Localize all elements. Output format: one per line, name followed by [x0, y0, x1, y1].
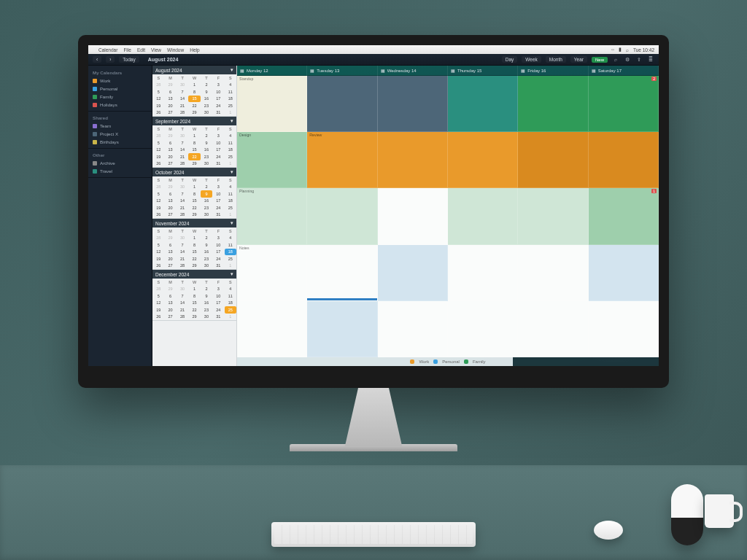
mini-calendar-day[interactable]: 14: [177, 96, 188, 103]
chevron-icon[interactable]: ▾: [231, 271, 233, 277]
mini-calendar-day[interactable]: 20: [164, 306, 176, 314]
view-day[interactable]: Day: [502, 56, 518, 63]
calendar-cell[interactable]: [589, 76, 659, 132]
nav-next-button[interactable]: ›: [106, 56, 115, 63]
calendar-cell[interactable]: [518, 132, 588, 188]
calendar-cell[interactable]: [378, 76, 448, 132]
calendar-cell[interactable]: [307, 245, 377, 301]
menu-help[interactable]: Help: [190, 47, 199, 52]
chevron-icon[interactable]: ▾: [231, 67, 233, 73]
mini-calendar-day[interactable]: 25: [225, 255, 236, 262]
calendar-cell[interactable]: Notes: [237, 245, 307, 301]
mini-calendar-day[interactable]: 9: [201, 139, 212, 147]
mini-calendar-day[interactable]: 18: [225, 300, 236, 307]
mini-calendar-day[interactable]: 4: [225, 184, 236, 191]
day-column-header[interactable]: ▦Tuesday 13: [307, 66, 377, 76]
mini-calendar-day[interactable]: 22: [188, 306, 200, 314]
mini-calendar-day[interactable]: 16: [201, 96, 212, 103]
mini-calendar[interactable]: August 2024▾SMTWTFS282930123456789101112…: [152, 66, 236, 117]
mini-calendar-day[interactable]: 1: [188, 184, 200, 191]
mini-calendar-day[interactable]: 15: [188, 147, 200, 154]
mini-calendar-day[interactable]: 8: [188, 241, 200, 249]
calendar-cell[interactable]: [378, 301, 448, 357]
mini-calendar-day[interactable]: 16: [201, 249, 212, 256]
mini-calendar-day[interactable]: 2: [201, 184, 212, 191]
today-button[interactable]: Today: [119, 56, 139, 63]
mini-calendar-day[interactable]: 15: [188, 249, 200, 256]
mini-calendar[interactable]: October 2024▾SMTWTFS28293012345678910111…: [152, 168, 236, 219]
mini-calendar-day[interactable]: 28: [152, 133, 164, 140]
sidebar-calendar-item[interactable]: Holidays: [88, 101, 152, 109]
mini-calendar-day[interactable]: 1: [188, 133, 200, 140]
sidebar-calendar-item[interactable]: Project X: [88, 130, 152, 138]
mini-calendar-day[interactable]: 21: [177, 102, 188, 109]
calendar-cell[interactable]: [518, 76, 588, 132]
mini-calendar-day[interactable]: 15: [188, 300, 200, 307]
mini-calendar-day[interactable]: 5: [152, 88, 164, 96]
mini-calendar-day[interactable]: 26: [152, 314, 164, 321]
mini-calendar-day[interactable]: 3: [212, 82, 224, 89]
menu-edit[interactable]: Edit: [137, 47, 145, 52]
mini-calendar-day[interactable]: 24: [212, 204, 224, 211]
day-column-header[interactable]: ▦Wednesday 14: [378, 66, 448, 76]
mini-calendar-day[interactable]: 23: [201, 204, 212, 211]
mini-calendar-day[interactable]: 24: [212, 153, 224, 160]
mini-calendar-day[interactable]: 14: [177, 198, 188, 205]
mini-calendar-day[interactable]: 1: [225, 314, 236, 321]
battery-icon[interactable]: ▮: [619, 47, 622, 52]
menu-window[interactable]: Window: [167, 47, 184, 52]
mini-calendar-day[interactable]: 23: [201, 153, 212, 160]
mini-calendar-day[interactable]: 5: [152, 241, 164, 249]
calendar-cell[interactable]: [518, 245, 588, 301]
mini-calendar-day[interactable]: 7: [177, 139, 188, 147]
mini-calendar-day[interactable]: 24: [212, 255, 224, 262]
mini-calendar-day[interactable]: 3: [212, 235, 224, 242]
mini-calendar-day[interactable]: 28: [177, 262, 188, 270]
mini-calendar-day[interactable]: 28: [177, 160, 188, 168]
mini-calendar-day[interactable]: 6: [164, 292, 176, 300]
mini-calendar-day[interactable]: 29: [188, 109, 200, 117]
mini-calendar-day[interactable]: 12: [152, 96, 164, 103]
mini-calendar-day[interactable]: 12: [152, 147, 164, 154]
mini-calendar-day[interactable]: 30: [177, 133, 188, 140]
mini-calendar-day[interactable]: 25: [225, 306, 236, 314]
mini-calendar-day[interactable]: 19: [152, 153, 164, 160]
mini-calendar-day[interactable]: 3: [212, 286, 224, 293]
mini-calendar-day[interactable]: 10: [212, 88, 224, 96]
mini-calendar-day[interactable]: 30: [201, 262, 212, 270]
sidebar-calendar-item[interactable]: Travel: [88, 167, 152, 175]
calendar-cell[interactable]: Design: [237, 132, 307, 188]
mini-calendar-day[interactable]: 14: [177, 300, 188, 307]
calendar-cell[interactable]: Review: [307, 132, 377, 188]
mini-calendar-day[interactable]: 1: [225, 211, 236, 219]
mini-calendar-day[interactable]: 29: [188, 211, 200, 219]
mini-calendar-day[interactable]: 28: [177, 211, 188, 219]
view-year[interactable]: Year: [570, 56, 587, 63]
share-icon[interactable]: ⇪: [635, 56, 643, 63]
mini-calendar-day[interactable]: 7: [177, 190, 188, 198]
mini-calendar-day[interactable]: 13: [164, 147, 176, 154]
mini-calendar-day[interactable]: 21: [177, 255, 188, 262]
menu-view[interactable]: View: [151, 47, 161, 52]
mini-calendar-day[interactable]: 6: [164, 241, 176, 249]
mini-calendar-day[interactable]: 29: [188, 314, 200, 321]
mini-calendar-day[interactable]: 13: [164, 198, 176, 205]
mini-calendar-day[interactable]: 9: [201, 292, 212, 300]
mini-calendar-day[interactable]: 30: [201, 211, 212, 219]
mini-calendar-day[interactable]: 28: [177, 109, 188, 117]
mini-calendar-day[interactable]: 19: [152, 306, 164, 314]
mini-calendar-day[interactable]: 13: [164, 300, 176, 307]
mini-calendar-day[interactable]: 30: [201, 314, 212, 321]
mini-calendar-day[interactable]: 8: [188, 292, 200, 300]
mini-calendar-day[interactable]: 27: [164, 314, 176, 321]
mini-calendar-day[interactable]: 14: [177, 249, 188, 256]
mini-calendar-day[interactable]: 9: [201, 241, 212, 249]
calendar-cell[interactable]: [589, 132, 659, 188]
mini-calendar-day[interactable]: 22: [188, 102, 200, 109]
search-icon[interactable]: ⌕: [612, 56, 619, 63]
mini-calendar-day[interactable]: 27: [164, 109, 176, 117]
mini-calendar-day[interactable]: 1: [188, 82, 200, 89]
calendar-cell[interactable]: [448, 188, 518, 244]
view-month[interactable]: Month: [546, 56, 566, 63]
mini-calendar-day[interactable]: 26: [152, 160, 164, 168]
